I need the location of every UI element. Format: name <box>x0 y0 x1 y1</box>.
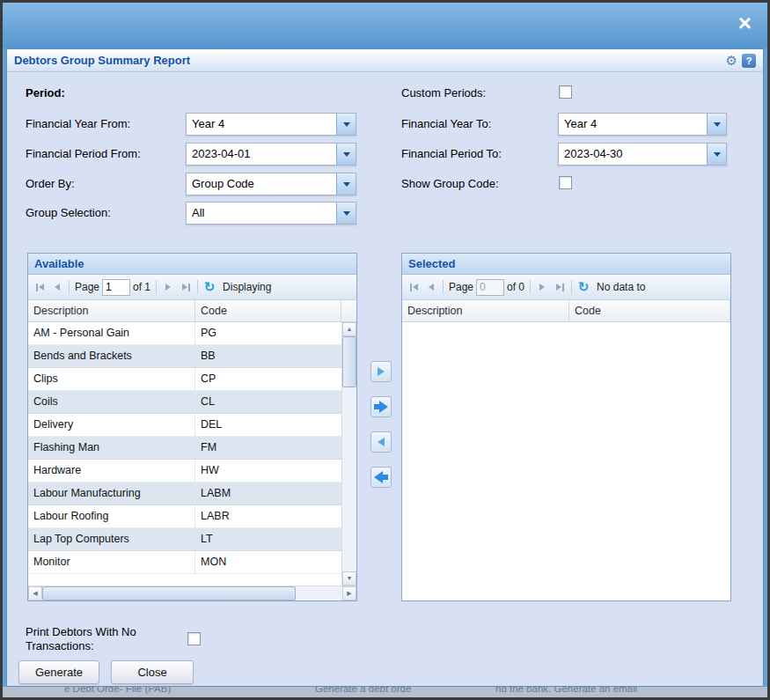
first-page-button[interactable] <box>405 278 422 296</box>
window: × Debtors Group Summary Report ⚙ ? Perio… <box>0 0 770 700</box>
table-row[interactable]: AM - Personal GainPG <box>28 322 341 345</box>
table-row[interactable]: CoilsCL <box>28 391 341 414</box>
cell-code: FM <box>195 437 341 459</box>
refresh-icon: ↻ <box>204 280 216 294</box>
financial-period-to-select[interactable]: 2023-04-30 <box>558 143 727 166</box>
scroll-down-button[interactable]: ▼ <box>342 571 356 586</box>
close-icon[interactable]: × <box>738 10 752 36</box>
refresh-button[interactable]: ↻ <box>201 278 218 296</box>
cell-description: Delivery <box>28 414 195 436</box>
scroll-right-button[interactable]: ▶ <box>342 586 356 601</box>
chevron-down-icon[interactable] <box>707 114 726 135</box>
background-text: nd the bank. Generate an email <box>495 687 637 694</box>
financial-year-from-select[interactable]: Year 4 <box>186 113 356 136</box>
cell-description: Lap Top Computers <box>28 528 195 550</box>
cell-code: DEL <box>195 414 341 436</box>
table-row[interactable]: Lap Top ComputersLT <box>28 528 341 551</box>
generate-button[interactable]: Generate <box>18 660 99 684</box>
cell-description: Coils <box>28 391 195 413</box>
table-row[interactable]: Flashing ManFM <box>28 437 341 460</box>
move-left-button[interactable] <box>370 431 392 453</box>
horizontal-scroll-thumb[interactable] <box>42 586 296 601</box>
selected-grid <box>402 322 730 601</box>
move-all-left-button[interactable] <box>370 467 392 488</box>
page-of-label: of 1 <box>133 281 150 293</box>
page-of-label: of 0 <box>507 281 524 293</box>
cell-description: Clips <box>28 368 195 390</box>
chevron-down-icon[interactable] <box>336 144 356 165</box>
last-page-button[interactable] <box>177 278 194 296</box>
column-header-description[interactable]: Description <box>402 300 569 321</box>
financial-year-to-select[interactable]: Year 4 <box>558 113 727 136</box>
arrow-right-icon <box>378 367 385 376</box>
horizontal-scrollbar[interactable]: ◀ ▶ <box>28 586 356 601</box>
cell-description: Labour Roofing <box>28 505 195 527</box>
cell-code: LABR <box>195 505 341 527</box>
scroll-left-button[interactable]: ◀ <box>28 586 42 601</box>
prev-page-button[interactable] <box>422 278 440 296</box>
financial-period-from-value: 2023-04-01 <box>187 144 336 165</box>
toolbar-separator <box>197 280 198 294</box>
move-right-button[interactable] <box>370 361 392 382</box>
dialog-title: Debtors Group Summary Report <box>14 54 190 67</box>
table-row[interactable]: ClipsCP <box>28 368 341 391</box>
chevron-down-icon[interactable] <box>707 144 726 165</box>
toolbar-separator <box>571 280 572 294</box>
prev-page-button[interactable] <box>48 278 66 296</box>
selected-panel-header: Selected <box>402 254 730 275</box>
period-label: Period: <box>26 86 65 99</box>
table-row[interactable]: DeliveryDEL <box>28 414 341 437</box>
table-row[interactable]: Labour ManufacturingLABM <box>28 483 341 505</box>
order-by-label: Order By: <box>26 177 75 190</box>
column-header-description[interactable]: Description <box>28 300 195 321</box>
financial-period-from-select[interactable]: 2023-04-01 <box>186 143 356 166</box>
toolbar-separator <box>443 280 444 294</box>
background-text: Generate a debt orde <box>315 687 411 694</box>
gear-icon[interactable]: ⚙ <box>726 54 737 68</box>
window-titlebar: × <box>3 3 767 48</box>
vertical-scroll-thumb[interactable] <box>342 336 356 387</box>
first-page-button[interactable] <box>31 278 48 296</box>
financial-period-from-label: Financial Period From: <box>26 147 141 160</box>
table-row[interactable]: MonitorMON <box>28 551 341 574</box>
show-group-code-checkbox[interactable] <box>559 176 572 189</box>
cell-code: CL <box>195 391 341 413</box>
page-number-input[interactable] <box>476 279 504 296</box>
close-button[interactable]: Close <box>111 660 194 684</box>
selected-panel: Selected Page of 0 ↻ No data to <box>401 253 731 601</box>
available-panel: Available Page of 1 ↻ Displaying <box>27 253 357 601</box>
table-row[interactable]: Bends and BracketsBB <box>28 345 341 368</box>
order-by-select[interactable]: Group Code <box>186 173 356 195</box>
available-panel-title: Available <box>34 257 84 270</box>
cell-description: Flashing Man <box>28 437 195 459</box>
table-row[interactable]: HardwareHW <box>28 460 341 483</box>
help-icon[interactable]: ? <box>742 54 756 68</box>
next-page-button[interactable] <box>533 278 551 296</box>
chevron-down-icon[interactable] <box>336 114 356 135</box>
refresh-button[interactable]: ↻ <box>575 278 592 296</box>
show-group-code-label: Show Group Code: <box>401 177 499 190</box>
print-no-transactions-checkbox[interactable] <box>187 632 201 645</box>
cell-code: HW <box>195 460 341 482</box>
chevron-down-icon[interactable] <box>336 203 356 224</box>
group-selection-value: All <box>187 203 336 224</box>
group-selection-select[interactable]: All <box>186 202 356 225</box>
toolbar-separator <box>156 280 157 294</box>
custom-periods-checkbox[interactable] <box>559 85 572 99</box>
column-header-code[interactable]: Code <box>195 300 341 321</box>
cell-description: Bends and Brackets <box>28 345 195 367</box>
pager-status-text: No data to <box>597 281 645 293</box>
table-row[interactable]: Labour RoofingLABR <box>28 505 341 528</box>
vertical-scrollbar[interactable]: ▲ ▼ <box>341 322 356 586</box>
group-selection-label: Group Selection: <box>26 206 111 219</box>
last-page-button[interactable] <box>551 278 568 296</box>
cell-code: MON <box>195 551 341 573</box>
cell-description: Labour Manufacturing <box>28 483 195 505</box>
print-no-transactions-label: Print Debtors With No Transactions: <box>26 625 188 653</box>
chevron-down-icon[interactable] <box>336 173 356 195</box>
page-number-input[interactable] <box>102 279 130 296</box>
move-all-right-button[interactable] <box>370 396 392 417</box>
column-header-code[interactable]: Code <box>569 300 730 321</box>
next-page-button[interactable] <box>159 278 177 296</box>
scroll-up-button[interactable]: ▲ <box>342 322 356 336</box>
